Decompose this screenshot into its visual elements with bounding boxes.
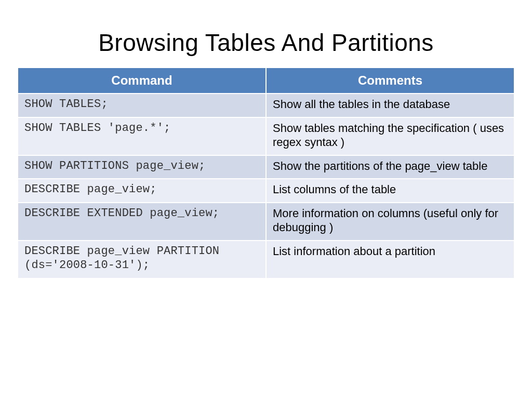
cell-comment: List columns of the table (266, 179, 514, 203)
cell-command: DESCRIBE EXTENDED page_view; (18, 203, 266, 241)
cell-comment: More information on columns (useful only… (266, 203, 514, 241)
col-header-comments: Comments (266, 68, 514, 94)
cell-command: SHOW TABLES 'page.*'; (18, 117, 266, 155)
table-row: DESCRIBE EXTENDED page_view; More inform… (18, 203, 514, 241)
cell-comment: List information about a partition (266, 241, 514, 278)
table-row: SHOW PARTITIONS page_view; Show the part… (18, 155, 514, 179)
cell-command: DESCRIBE page_view; (18, 179, 266, 203)
cell-command: DESCRIBE page_view PARTITION (ds='2008-1… (18, 241, 266, 278)
commands-table: Command Comments SHOW TABLES; Show all t… (18, 68, 514, 278)
table-row: SHOW TABLES 'page.*'; Show tables matchi… (18, 117, 514, 155)
table-row: DESCRIBE page_view; List columns of the … (18, 179, 514, 203)
slide: Browsing Tables And Partitions Command C… (0, 0, 532, 278)
cell-command: SHOW TABLES; (18, 94, 266, 117)
table-header-row: Command Comments (18, 68, 514, 94)
cell-comment: Show the partitions of the page_view tab… (266, 155, 514, 179)
page-title: Browsing Tables And Partitions (18, 29, 514, 57)
table-row: DESCRIBE page_view PARTITION (ds='2008-1… (18, 241, 514, 278)
cell-comment: Show tables matching the specification (… (266, 117, 514, 155)
col-header-command: Command (18, 68, 266, 94)
cell-command: SHOW PARTITIONS page_view; (18, 155, 266, 179)
cell-comment: Show all the tables in the database (266, 94, 514, 117)
table-row: SHOW TABLES; Show all the tables in the … (18, 94, 514, 117)
